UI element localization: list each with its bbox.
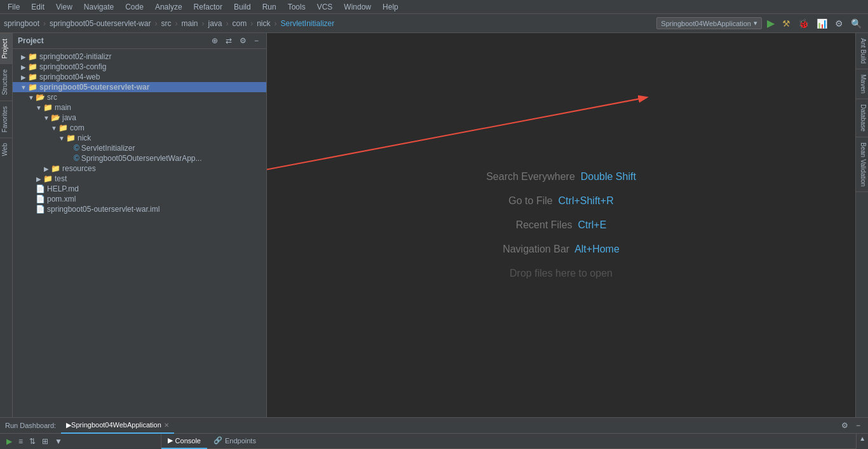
tree-label: HELP.md	[47, 184, 79, 193]
tree-item-springboot02[interactable]: ▶ 📁 springboot02-initializr	[13, 52, 266, 62]
breadcrumb-class[interactable]: ServletInitializer	[281, 19, 335, 28]
project-gear-icon[interactable]: ⚙	[237, 36, 249, 46]
console-scrollbar: ▲ ▼	[856, 434, 868, 449]
tree-item-helpmd[interactable]: 📄 HELP.md	[13, 184, 266, 194]
menu-tools[interactable]: Tools	[283, 1, 311, 13]
tree-item-test[interactable]: ▶ 📁 test	[13, 174, 266, 184]
tree-item-main[interactable]: ▼ 📁 main	[13, 102, 266, 113]
breadcrumb-nick[interactable]: nick	[257, 19, 270, 28]
tree-label: springboot05-outerservlet-war.iml	[47, 205, 159, 214]
run-grid-icon[interactable]: ⊞	[39, 436, 51, 447]
tree-label: springboot02-initializr	[39, 52, 111, 61]
tree-arrow-icon: ▶	[20, 53, 27, 60]
debug-button[interactable]: 🐞	[796, 17, 811, 30]
bottom-content: ▶ ≡ ⇅ ⊞ ▼ ing Boot Finished Springboot04…	[0, 434, 868, 449]
project-settings-icon[interactable]: ⊕	[209, 36, 220, 46]
module-icon: 📁	[28, 73, 37, 81]
run-sort-icon[interactable]: ⇅	[27, 436, 38, 447]
run-filter-icon[interactable]: ▼	[52, 436, 65, 447]
menu-analyze[interactable]: Analyze	[150, 1, 187, 13]
run-play-button[interactable]: ▶	[4, 436, 15, 447]
breadcrumb-module[interactable]: springboot05-outerservlet-war	[50, 19, 151, 28]
menu-code[interactable]: Code	[120, 1, 149, 13]
tab-favorites[interactable]: Favorites	[0, 100, 12, 137]
run-dashboard-title: Run Dashboard:	[5, 422, 56, 429]
tree-item-java[interactable]: ▼ 📂 java	[13, 113, 266, 123]
menu-refactor[interactable]: Refactor	[189, 1, 227, 13]
run-config-label: Springboot04WebApplication	[661, 20, 751, 27]
tab-web[interactable]: Web	[0, 137, 12, 161]
project-collapse-icon[interactable]: ⇄	[223, 36, 234, 46]
run-tab-close-icon[interactable]: ✕	[164, 422, 169, 429]
tab-database[interactable]: Database	[856, 99, 868, 137]
module-icon: 📁	[28, 62, 37, 71]
project-close-icon[interactable]: −	[252, 36, 261, 46]
dashboard-settings-icon[interactable]: ⚙	[839, 420, 851, 431]
md-icon: 📄	[36, 184, 45, 193]
tree-label: pom.xml	[47, 195, 76, 204]
breadcrumb-springboot[interactable]: springboot	[4, 19, 39, 28]
tree-item-src[interactable]: ▼ 📂 src	[13, 92, 266, 102]
tab-structure[interactable]: Structure	[0, 64, 12, 100]
main-area: Project Structure Favorites Web Project …	[0, 33, 868, 417]
tree-item-springboot04[interactable]: ▶ 📁 springboot04-web	[13, 72, 266, 82]
menu-run[interactable]: Run	[257, 1, 281, 13]
scroll-up-button[interactable]: ▲	[859, 435, 865, 442]
dashboard-minimize-icon[interactable]: −	[853, 420, 863, 431]
build-button[interactable]: ⚒	[780, 17, 793, 30]
run-button[interactable]: ▶	[764, 16, 777, 31]
console-tab-endpoints[interactable]: 🔗 Endpoints	[207, 434, 262, 449]
search-everywhere-button[interactable]: 🔍	[848, 17, 864, 30]
tree-item-com[interactable]: ▼ 📁 com	[13, 123, 266, 133]
run-config-dropdown[interactable]: Springboot04WebApplication ▾	[656, 17, 762, 29]
project-tree: ▶ 📁 springboot02-initializr ▶ 📁 springbo…	[13, 49, 266, 417]
tree-item-pomxml[interactable]: 📄 pom.xml	[13, 194, 266, 204]
tree-arrow-icon: ▶	[20, 74, 27, 81]
hint-navbar: Navigation Bar Alt+Home	[503, 244, 620, 255]
tree-arrow-icon: ▼	[36, 104, 42, 111]
tree-label: resources	[62, 164, 96, 173]
run-list-icon[interactable]: ≡	[16, 436, 25, 447]
coverage-button[interactable]: 📊	[814, 17, 830, 30]
menu-vcs[interactable]: VCS	[312, 1, 338, 13]
tree-item-springboot05[interactable]: ▼ 📁 springboot05-outerservlet-war	[13, 82, 266, 92]
tab-maven[interactable]: Maven	[856, 69, 868, 99]
tree-arrow-icon: ▼	[28, 94, 34, 101]
profile-button[interactable]: ⚙	[832, 17, 846, 30]
tab-ant-build[interactable]: Ant Build	[856, 33, 868, 69]
tree-item-servletinitializer[interactable]: © ServletInitializer	[13, 143, 266, 153]
menu-window[interactable]: Window	[339, 1, 376, 13]
run-toolbar: ▶ ≡ ⇅ ⊞ ▼	[0, 434, 161, 449]
breadcrumb-com[interactable]: com	[233, 19, 247, 28]
tree-item-iml[interactable]: 📄 springboot05-outerservlet-war.iml	[13, 204, 266, 214]
menu-view[interactable]: View	[51, 1, 78, 13]
run-dashboard-tab-active[interactable]: ▶ Springboot04WebApplication ✕	[61, 418, 174, 434]
menu-build[interactable]: Build	[229, 1, 256, 13]
breadcrumb-java[interactable]: java	[208, 19, 222, 28]
xml-icon: 📄	[36, 195, 45, 204]
hint-goto: Go to File Ctrl+Shift+R	[508, 195, 613, 207]
toolbar: springboot › springboot05-outerservlet-w…	[0, 14, 868, 33]
menu-file[interactable]: File	[3, 1, 25, 13]
console-tab-label: Console	[175, 437, 201, 445]
editor-area: Search Everywhere Double Shift Go to Fil…	[267, 33, 855, 417]
breadcrumb-src[interactable]: src	[161, 19, 171, 28]
class-icon: ©	[74, 144, 79, 153]
menu-navigate[interactable]: Navigate	[79, 1, 119, 13]
module-icon: 📁	[28, 52, 37, 61]
endpoints-tab-label: Endpoints	[225, 437, 256, 445]
tree-item-nick[interactable]: ▼ 📁 nick	[13, 133, 266, 143]
breadcrumb-main[interactable]: main	[181, 19, 198, 28]
tab-project[interactable]: Project	[0, 33, 12, 64]
project-header: Project ⊕ ⇄ ⚙ −	[13, 33, 266, 49]
tab-bean-validation[interactable]: Bean Validation	[856, 137, 868, 192]
tree-item-resources[interactable]: ▶ 📁 resources	[13, 163, 266, 174]
tree-arrow-icon: ▶	[43, 165, 50, 172]
menu-edit[interactable]: Edit	[26, 1, 50, 13]
console-tab-console[interactable]: ▶ Console	[161, 434, 207, 449]
tree-label: test	[55, 174, 67, 183]
tree-item-springboot03[interactable]: ▶ 📁 springboot03-config	[13, 62, 266, 72]
tree-item-springboot05app[interactable]: © Springboot05OuterservletWarApp...	[13, 153, 266, 163]
menubar: File Edit View Navigate Code Analyze Ref…	[0, 0, 868, 14]
menu-help[interactable]: Help	[377, 1, 403, 13]
